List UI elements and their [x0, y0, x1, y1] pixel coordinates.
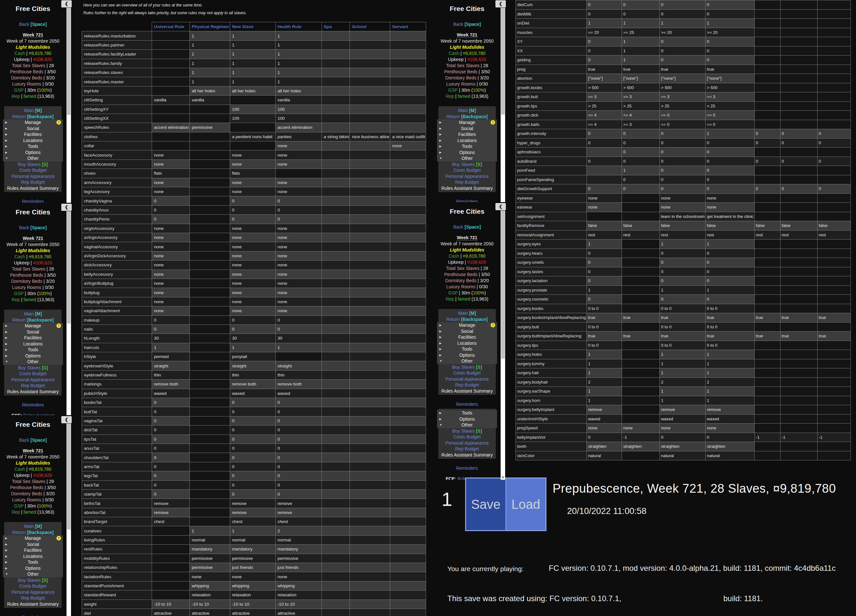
menu-item-social[interactable]: ▶Social: [437, 126, 497, 132]
menu-item-social[interactable]: ▶Social: [3, 541, 63, 548]
menu-item-options[interactable]: ▶Options: [3, 353, 63, 359]
menu-item-options[interactable]: ▶Options: [3, 149, 63, 156]
buy-slaves-link[interactable]: Buy Slaves: [452, 365, 475, 370]
menu-item-tools[interactable]: ▶Tools: [437, 143, 497, 149]
menu-item-options[interactable]: ▶Options: [437, 352, 497, 358]
sidebar-link-costs-budget[interactable]: Costs Budget: [454, 370, 480, 376]
menu-item-locations[interactable]: ▶Locations: [3, 137, 63, 144]
load-button[interactable]: Load: [506, 479, 545, 530]
sidebar-link-rep-budget[interactable]: Rep Budget: [21, 383, 45, 388]
menu-item-options[interactable]: ▶Options: [3, 565, 63, 571]
menu-item-facilities[interactable]: ▶Facilities: [437, 131, 497, 137]
scrollbar-down-icon[interactable]: ▼: [500, 476, 505, 479]
main-link[interactable]: Main: [24, 108, 34, 113]
sidebar-link-rep-budget[interactable]: Rep Budget: [455, 446, 479, 451]
menu-item-other[interactable]: ▼Other: [437, 155, 497, 162]
sidebar-scrollbar[interactable]: ▼: [500, 211, 505, 480]
back-link[interactable]: Back: [453, 22, 463, 27]
menu-item-social[interactable]: ▶Social: [437, 328, 497, 334]
main-link[interactable]: Main: [458, 311, 468, 316]
menu-item-other[interactable]: ▼Other: [3, 571, 63, 577]
sidebar-item-rules-assistant-summary[interactable]: Rules Assistant Summary: [4, 601, 62, 607]
sidebar-link-costs-budget[interactable]: Costs Budget: [19, 371, 46, 376]
sidebar-item-rules-assistant-summary[interactable]: Rules Assistant Summary: [4, 389, 62, 395]
menu-item-manage[interactable]: ▶Manage!: [3, 535, 63, 541]
menu-item-facilities[interactable]: ▶Facilities: [437, 334, 497, 340]
menu-item-social[interactable]: ▶Social: [3, 329, 63, 335]
reminders-link[interactable]: Reminders: [434, 199, 500, 202]
menu-item-manage[interactable]: ▶Manage!: [437, 119, 497, 126]
sidebar-link-personal-appearance[interactable]: Personal Appearance: [445, 376, 489, 382]
sidebar-scrollbar[interactable]: [66, 8, 71, 203]
menu-item-tools[interactable]: ▶Tools: [437, 346, 497, 352]
collapse-sidebar-icon[interactable]: ❮: [61, 204, 72, 211]
sidebar-link-costs-budget[interactable]: Costs Budget: [454, 434, 480, 439]
collapse-sidebar-icon[interactable]: ❮: [496, 203, 506, 210]
sidebar-item-rules-assistant-summary[interactable]: Rules Assistant Summary: [438, 388, 496, 394]
sidebar-link-personal-appearance[interactable]: Personal Appearance: [11, 377, 55, 382]
sidebar-link-costs-budget[interactable]: Costs Budget: [19, 584, 46, 588]
menu-item-tools[interactable]: ▶Tools: [3, 347, 63, 353]
scrollbar-thumb[interactable]: [67, 424, 71, 530]
return-link[interactable]: Return: [446, 114, 460, 119]
main-link[interactable]: Main: [24, 311, 34, 316]
return-link[interactable]: Return: [12, 114, 26, 119]
collapse-sidebar-icon[interactable]: ❮: [496, 0, 506, 8]
sidebar-item-rules-assistant-summary[interactable]: Rules Assistant Summary: [4, 185, 62, 191]
menu-item-other[interactable]: ▼Other: [437, 422, 497, 428]
menu-item-tools[interactable]: ▶Tools: [3, 143, 63, 149]
sidebar-link-rep-budget[interactable]: Rep Budget: [21, 180, 45, 185]
sidebar-link-costs-budget[interactable]: Costs Budget: [454, 168, 480, 173]
menu-item-locations[interactable]: ▶Locations: [3, 341, 63, 347]
sidebar-link-personal-appearance[interactable]: Personal Appearance: [445, 174, 489, 179]
menu-item-locations[interactable]: ▶Locations: [437, 340, 497, 346]
week-link[interactable]: Week 721: [434, 32, 500, 38]
sidebar-link-costs-budget[interactable]: Costs Budget: [19, 168, 46, 173]
menu-item-other[interactable]: ▼Other: [3, 155, 63, 162]
save-button[interactable]: Save: [466, 479, 506, 530]
menu-item-facilities[interactable]: ▶Facilities: [3, 547, 63, 553]
menu-item-locations[interactable]: ▶Locations: [437, 137, 497, 144]
buy-slaves-link[interactable]: Buy Slaves: [452, 428, 475, 434]
menu-item-options[interactable]: ▶Options: [437, 149, 497, 156]
menu-item-facilities[interactable]: ▶Facilities: [3, 131, 63, 137]
return-link[interactable]: Return: [446, 317, 460, 322]
sidebar-link-personal-appearance[interactable]: Personal Appearance: [11, 174, 55, 179]
return-link[interactable]: Return: [12, 530, 26, 535]
week-link[interactable]: Week 721: [434, 235, 500, 241]
back-link[interactable]: Back: [453, 224, 463, 229]
back-link[interactable]: Back: [19, 225, 29, 230]
back-link[interactable]: Back: [19, 22, 29, 27]
week-link[interactable]: Week 721: [0, 236, 66, 242]
buy-slaves-link[interactable]: Buy Slaves: [18, 162, 41, 167]
menu-item-tools[interactable]: ▶Tools: [437, 410, 497, 416]
reminders-link[interactable]: Reminders: [434, 401, 500, 407]
menu-item-manage[interactable]: ▶Manage!: [3, 119, 63, 126]
menu-item-manage[interactable]: ▶Manage!: [3, 323, 63, 329]
fce-rules-assistant-link[interactable]: Rules Assistant: [23, 413, 54, 415]
sidebar-scrollbar[interactable]: [66, 424, 71, 616]
back-link[interactable]: Back: [19, 437, 29, 443]
week-link[interactable]: Week 721: [0, 32, 66, 38]
menu-item-other[interactable]: ▼Other: [3, 359, 63, 365]
menu-item-tools[interactable]: ▶Tools: [3, 559, 63, 565]
return-link[interactable]: Return: [12, 317, 26, 322]
main-link[interactable]: Main: [458, 108, 468, 113]
sidebar-scrollbar[interactable]: [500, 8, 505, 202]
scrollbar-thumb[interactable]: [501, 211, 505, 359]
menu-item-other[interactable]: ▼Other: [437, 358, 497, 364]
reminders-link[interactable]: Reminders: [434, 465, 500, 471]
reminders-link[interactable]: Reminders: [0, 614, 66, 616]
sidebar-link-rep-budget[interactable]: Rep Budget: [455, 382, 479, 387]
scrollbar-thumb[interactable]: [67, 211, 71, 323]
sidebar-item-rules-assistant-summary[interactable]: Rules Assistant Summary: [438, 185, 496, 191]
main-link[interactable]: Main: [24, 524, 34, 529]
sidebar-link-rep-budget[interactable]: Rep Budget: [455, 180, 479, 185]
reminders-link[interactable]: Reminders: [0, 402, 66, 408]
menu-item-social[interactable]: ▶Social: [3, 126, 63, 132]
week-link[interactable]: Week 721: [0, 448, 66, 454]
sidebar-link-personal-appearance[interactable]: Personal Appearance: [11, 590, 55, 595]
scrollbar-thumb[interactable]: [501, 8, 505, 115]
buy-slaves-link[interactable]: Buy Slaves: [18, 578, 41, 583]
collapse-sidebar-icon[interactable]: ❮: [61, 0, 72, 8]
